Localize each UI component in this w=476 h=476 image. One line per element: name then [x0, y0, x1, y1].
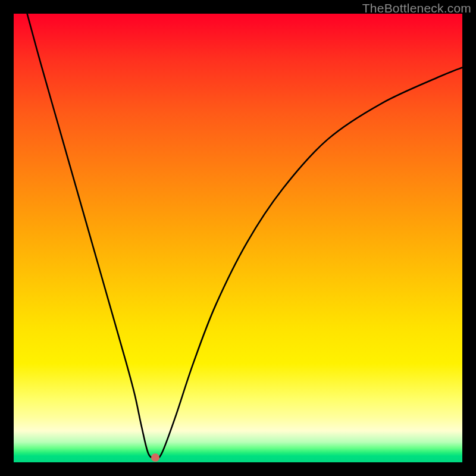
watermark-text: TheBottleneck.com	[362, 1, 471, 15]
bottleneck-curve	[14, 14, 462, 462]
chart-frame: TheBottleneck.com	[0, 0, 476, 476]
plot-area	[14, 14, 462, 462]
minimum-marker-dot	[151, 453, 159, 462]
